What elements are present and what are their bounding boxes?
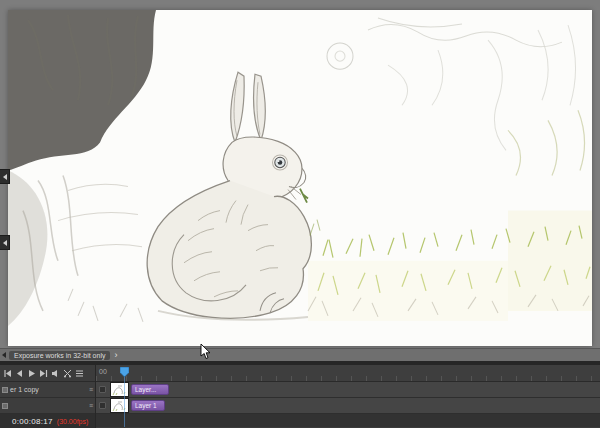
canvas-workspace[interactable] xyxy=(0,0,600,348)
first-frame-icon[interactable] xyxy=(3,369,12,378)
audio-icon[interactable] xyxy=(51,369,60,378)
clip-thumbnail[interactable] xyxy=(111,383,128,396)
transport-controls xyxy=(0,365,95,382)
timeline-tracks-area[interactable]: 00 xyxy=(96,365,600,428)
previous-frame-icon[interactable] xyxy=(15,369,24,378)
status-chevron-icon[interactable]: › xyxy=(114,351,117,360)
timecode-row: 0:00:08:17 (30.00fps) xyxy=(0,414,95,428)
timeline-ruler[interactable]: 00 xyxy=(96,365,600,382)
clip-label: Layer... xyxy=(135,386,156,393)
video-track-row-1[interactable]: Layer... xyxy=(96,382,600,398)
track-options-icon[interactable]: ≡ xyxy=(89,386,93,393)
collapse-left-icon xyxy=(3,240,7,246)
document-canvas[interactable] xyxy=(8,10,592,346)
clip-thumbnail[interactable] xyxy=(111,399,128,412)
timeline-panel: er 1 copy ≡ ≡ 0:00:08:17 (30.00fps) xyxy=(0,361,600,428)
video-track-row-2[interactable]: Layer 1 xyxy=(96,398,600,414)
playhead-marker[interactable] xyxy=(120,367,129,377)
panel-menu-icon[interactable] xyxy=(75,369,84,378)
visibility-toggle-icon[interactable] xyxy=(99,402,106,409)
timeline-bottom-strip xyxy=(96,414,600,427)
track-options-icon[interactable]: ≡ xyxy=(89,402,93,409)
scissors-trim-icon[interactable] xyxy=(63,369,72,378)
clip-label: Layer 1 xyxy=(135,402,157,409)
track-color-swatch xyxy=(2,387,8,393)
mouse-cursor xyxy=(200,344,211,360)
ruler-start-label: 00 xyxy=(99,368,107,375)
timeline-left-column: er 1 copy ≡ ≡ 0:00:08:17 (30.00fps) xyxy=(0,365,96,428)
collapse-panel-button-2[interactable] xyxy=(0,235,10,250)
track-header-label: er 1 copy xyxy=(10,386,39,393)
ruler-ticks xyxy=(96,376,600,381)
current-timecode: 0:00:08:17 xyxy=(12,417,53,426)
rabbit-sketch-image xyxy=(8,10,592,346)
next-frame-icon[interactable] xyxy=(39,369,48,378)
playhead-line xyxy=(124,377,125,427)
framerate-label: (30.00fps) xyxy=(57,418,89,425)
photoshop-window: Exposure works in 32-bit only › xyxy=(0,0,600,428)
timeline-clip-layer1[interactable]: Layer 1 xyxy=(131,400,165,411)
track-color-swatch xyxy=(2,403,8,409)
status-left-arrow-icon[interactable] xyxy=(2,352,6,358)
collapse-panel-button[interactable] xyxy=(0,169,10,184)
status-hint: Exposure works in 32-bit only xyxy=(9,351,110,360)
timeline-clip-layer1copy[interactable]: Layer... xyxy=(131,384,169,395)
collapse-left-icon xyxy=(3,174,7,180)
visibility-toggle-icon[interactable] xyxy=(99,386,106,393)
status-bar: Exposure works in 32-bit only › xyxy=(0,348,600,361)
play-icon[interactable] xyxy=(27,369,36,378)
track-header-layer1[interactable]: ≡ xyxy=(0,398,95,414)
track-header-layer1copy[interactable]: er 1 copy ≡ xyxy=(0,382,95,398)
